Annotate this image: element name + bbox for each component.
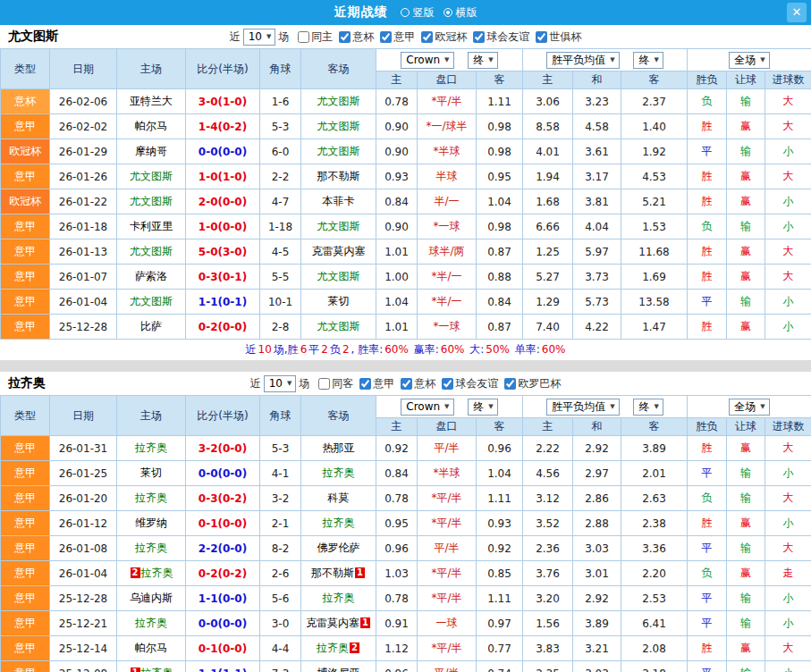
filter-checkbox[interactable]: 同客 [318,376,353,391]
handicap-cell: 一球 [418,611,477,636]
team-link[interactable]: 拉齐奥 [323,592,355,604]
team-link[interactable]: 萨索洛 [135,270,167,282]
away-team-cell: 拉齐奥 [301,586,376,611]
team-link[interactable]: 尤文图斯 [130,195,173,207]
team-link[interactable]: 莱切 [328,295,350,307]
filter-checkbox[interactable]: 欧冠杯 [421,29,467,45]
final-odds-dropdown[interactable]: 终▼ [633,52,663,69]
team-link[interactable]: 尤文图斯 [317,95,360,107]
result-header: 全场▼ [688,49,811,71]
score-cell: 3-2(0-0) [186,436,260,461]
vertical-layout-label[interactable]: 竖版 [413,5,435,21]
checkbox-input[interactable] [442,378,453,390]
team-link[interactable]: 帕尔马 [135,120,167,132]
team-link[interactable]: 亚特兰大 [130,95,173,107]
team-link[interactable]: 比萨 [140,320,162,332]
avg-away-cell: 1.69 [621,265,688,290]
team-link[interactable]: 拉齐奥 [317,642,349,654]
checkbox-input[interactable] [473,31,485,43]
team-link[interactable]: 拉齐奥 [141,567,173,579]
chevron-down-icon: ▼ [444,400,449,414]
team-link[interactable]: 乌迪内斯 [130,592,173,604]
avg-odds-dropdown[interactable]: 胜平负均值▼ [546,399,619,416]
team-link[interactable]: 克雷莫内塞 [306,617,359,629]
team-link[interactable]: 拉齐奥 [141,667,173,672]
team-link[interactable]: 科莫 [328,491,350,504]
horizontal-layout-radio[interactable] [444,8,452,17]
fulltime-dropdown[interactable]: 全场▼ [729,52,769,69]
goals-cell: 大 [765,239,811,265]
letball-cell: 输 [727,536,765,561]
bookmaker-dropdown[interactable]: Crown▼ [401,399,453,416]
home-team-cell: 帕尔马 [117,636,186,661]
checkbox-input[interactable] [401,378,412,390]
avg-draw-cell: 2.92 [573,436,621,461]
checkbox-input[interactable] [298,31,309,43]
team-link[interactable]: 那不勒斯 [311,567,354,579]
team-link[interactable]: 尤文图斯 [130,295,173,307]
checkbox-input[interactable] [359,378,371,390]
filter-checkbox[interactable]: 同主 [298,29,333,45]
team-link[interactable]: 博洛尼亚 [317,667,360,672]
team-link[interactable]: 佛罗伦萨 [317,542,360,554]
team-link[interactable]: 尤文图斯 [317,145,360,157]
team-link[interactable]: 尤文图斯 [317,270,360,282]
team-link[interactable]: 拉齐奥 [135,441,167,454]
checkbox-input[interactable] [536,31,547,43]
team-link[interactable]: 热那亚 [323,441,355,454]
team-link[interactable]: 拉齐奥 [135,542,167,554]
league-type-cell: 意甲 [1,636,50,661]
team-link[interactable]: 摩纳哥 [135,145,167,157]
checkbox-input[interactable] [504,378,516,390]
filter-checkbox[interactable]: 意杯 [339,29,374,45]
avg-odds-dropdown[interactable]: 胜平负均值▼ [546,52,619,69]
final-odds-dropdown[interactable]: 终▼ [633,399,663,416]
filter-checkbox[interactable]: 意杯 [401,376,435,391]
team-link[interactable]: 维罗纳 [135,517,167,529]
team-link[interactable]: 帕尔马 [135,642,167,654]
avg-home-cell: 3.06 [523,89,573,114]
filter-checkbox[interactable]: 球会友谊 [473,29,529,45]
team-link[interactable]: 尤文图斯 [130,170,173,182]
checkbox-label: 同主 [311,29,333,45]
filter-checkbox[interactable]: 世俱杯 [536,29,581,45]
filter-checkbox[interactable]: 球会友谊 [442,376,498,391]
checkbox-input[interactable] [339,31,351,43]
fulltime-value: 全场 [734,54,756,67]
home-team-cell: 尤文图斯 [117,290,186,315]
checkbox-input[interactable] [318,378,330,390]
chevron-down-icon: ▼ [444,54,449,67]
team-link[interactable]: 本菲卡 [323,195,355,207]
team-link[interactable]: 拉齐奥 [135,617,167,629]
chevron-down-icon: ▼ [488,54,493,67]
team-link[interactable]: 拉齐奥 [323,466,355,479]
match-count-dropdown[interactable]: 10▼ [264,375,297,392]
horizontal-layout-label[interactable]: 横版 [456,5,477,21]
checkbox-input[interactable] [421,31,433,43]
bookmaker-dropdown[interactable]: Crown▼ [401,52,453,69]
final-odds-dropdown[interactable]: 终▼ [468,399,497,416]
team-link[interactable]: 那不勒斯 [317,170,360,182]
team-link[interactable]: 莱切 [140,466,162,479]
team-link[interactable]: 尤文图斯 [130,245,173,257]
team-link[interactable]: 尤文图斯 [317,120,360,132]
team-link[interactable]: 尤文图斯 [317,320,360,332]
team-link[interactable]: 拉齐奥 [135,491,167,504]
close-icon[interactable]: ✕ [787,3,807,22]
corner-cell: 2-2 [260,164,301,189]
fulltime-dropdown[interactable]: 全场▼ [729,399,769,416]
team-link[interactable]: 克雷莫内塞 [312,245,366,257]
team-link[interactable]: 拉齐奥 [323,517,355,529]
filter-checkbox[interactable]: 意甲 [380,29,415,45]
score-cell: 0-3(0-2) [186,486,260,511]
team-link[interactable]: 尤文图斯 [317,220,360,232]
fulltime-value: 全场 [734,400,756,414]
score-cell: 2-0(0-0) [186,189,260,214]
team-link[interactable]: 卡利亚里 [130,220,173,232]
vertical-layout-radio[interactable] [401,8,410,17]
final-odds-dropdown[interactable]: 终▼ [468,52,497,69]
filter-checkbox[interactable]: 欧罗巴杯 [504,376,561,391]
match-count-dropdown[interactable]: 10▼ [243,29,276,46]
filter-checkbox[interactable]: 意甲 [359,376,394,391]
checkbox-input[interactable] [380,31,392,43]
